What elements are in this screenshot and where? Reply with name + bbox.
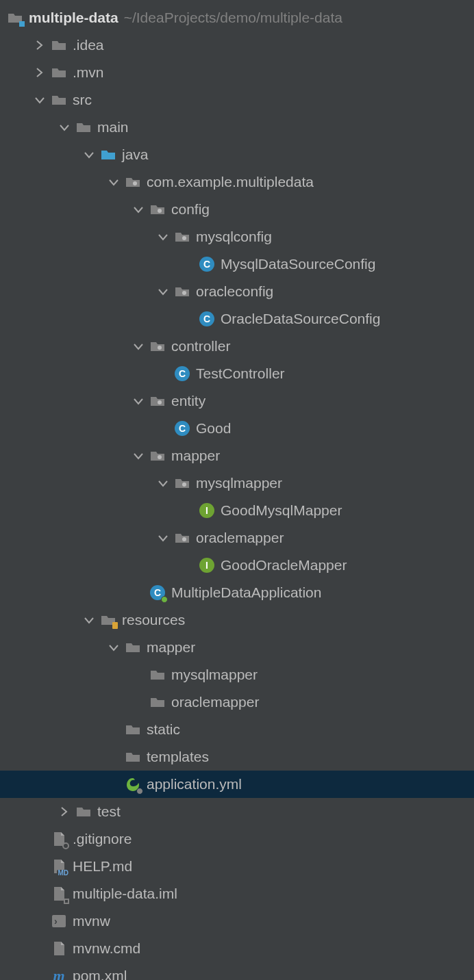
node-label: controller (171, 338, 230, 354)
tree-row[interactable]: C Good (0, 415, 474, 442)
chevron-right-icon[interactable] (56, 803, 73, 820)
class-icon: C (174, 420, 190, 437)
node-label: entity (171, 393, 205, 409)
node-label: oracleconfig (196, 283, 273, 300)
chevron-down-icon[interactable] (105, 639, 122, 656)
node-path: ~/IdeaProjects/demo/multiple-data (124, 10, 342, 26)
folder-icon (75, 803, 92, 820)
chevron-down-icon[interactable] (105, 174, 122, 190)
node-label: multiple-data (29, 10, 118, 26)
node-label: OracleDataSourceConfig (221, 311, 380, 327)
tree-row[interactable]: C TestController (0, 360, 474, 387)
node-label: pom.xml (73, 968, 127, 980)
tree-row[interactable]: mapper (0, 442, 474, 469)
tree-row[interactable]: mapper (0, 634, 474, 661)
chevron-down-icon[interactable] (81, 146, 97, 163)
tree-row[interactable]: templates (0, 743, 474, 771)
markdown-file-icon: MD (51, 858, 67, 875)
shell-file-icon (51, 913, 67, 929)
tree-row[interactable]: oraclemapper (0, 524, 474, 552)
node-label: test (97, 803, 121, 820)
package-icon (125, 174, 141, 190)
node-label: .gitignore (73, 831, 132, 847)
tree-row-root[interactable]: multiple-data ~/IdeaProjects/demo/multip… (0, 4, 474, 31)
tree-row[interactable]: C MultipleDataApplication (0, 579, 474, 606)
chevron-down-icon[interactable] (32, 92, 48, 108)
chevron-down-icon[interactable] (155, 229, 171, 245)
interface-icon: I (199, 557, 215, 573)
tree-row[interactable]: .mvn (0, 59, 474, 86)
class-icon: C (174, 365, 190, 382)
tree-row[interactable]: mysqlconfig (0, 223, 474, 250)
spring-config-icon (125, 776, 141, 792)
tree-row[interactable]: MD HELP.md (0, 853, 474, 880)
chevron-down-icon[interactable] (155, 530, 171, 546)
folder-icon (125, 749, 141, 765)
interface-icon: I (199, 502, 215, 519)
node-label: src (73, 92, 92, 108)
tree-row[interactable]: oraclemapper (0, 688, 474, 716)
node-label: resources (122, 612, 185, 628)
source-folder-icon (100, 146, 116, 163)
chevron-down-icon[interactable] (56, 119, 73, 136)
file-icon (51, 940, 67, 957)
tree-row[interactable]: config (0, 196, 474, 223)
iml-file-icon (51, 886, 67, 902)
chevron-down-icon[interactable] (130, 393, 147, 409)
folder-icon (7, 10, 23, 26)
chevron-right-icon[interactable] (32, 64, 48, 81)
folder-icon (51, 37, 67, 53)
tree-row[interactable]: C OracleDataSourceConfig (0, 305, 474, 333)
tree-row[interactable]: controller (0, 333, 474, 360)
file-icon (51, 831, 67, 847)
tree-row[interactable]: C MysqlDataSourceConfig (0, 250, 474, 278)
tree-row[interactable]: mvnw.cmd (0, 935, 474, 962)
folder-icon (51, 64, 67, 81)
node-label: HELP.md (73, 858, 132, 875)
node-label: MultipleDataApplication (171, 584, 321, 601)
node-label: com.example.multipledata (147, 174, 314, 190)
chevron-down-icon[interactable] (130, 201, 147, 218)
node-label: templates (147, 749, 209, 765)
chevron-down-icon[interactable] (155, 283, 171, 300)
tree-row[interactable]: multiple-data.iml (0, 880, 474, 907)
tree-row[interactable]: test (0, 798, 474, 825)
chevron-down-icon[interactable] (130, 448, 147, 464)
class-icon: C (199, 256, 215, 272)
node-label: mvnw (73, 913, 110, 929)
tree-row[interactable]: mysqlmapper (0, 469, 474, 497)
tree-row-selected[interactable]: application.yml (0, 771, 474, 798)
tree-row[interactable]: m pom.xml (0, 962, 474, 980)
package-icon (149, 393, 166, 409)
tree-row[interactable]: oracleconfig (0, 278, 474, 305)
tree-row[interactable]: .idea (0, 31, 474, 59)
node-label: TestController (196, 365, 285, 382)
node-label: static (147, 721, 180, 738)
chevron-right-icon[interactable] (32, 37, 48, 53)
chevron-down-icon[interactable] (130, 338, 147, 354)
node-label: mysqlconfig (196, 229, 272, 245)
tree-row[interactable]: static (0, 716, 474, 743)
tree-row[interactable]: src (0, 86, 474, 114)
node-label: GoodMysqlMapper (221, 502, 342, 519)
node-label: java (122, 146, 149, 163)
chevron-down-icon[interactable] (155, 475, 171, 491)
package-icon (174, 229, 190, 245)
node-label: .mvn (73, 64, 104, 81)
tree-row[interactable]: resources (0, 606, 474, 634)
tree-row[interactable]: I GoodMysqlMapper (0, 497, 474, 524)
package-icon (174, 475, 190, 491)
tree-row[interactable]: java (0, 141, 474, 168)
tree-row[interactable]: mvnw (0, 907, 474, 935)
tree-row[interactable]: entity (0, 387, 474, 415)
tree-row[interactable]: com.example.multipledata (0, 168, 474, 196)
node-label: mvnw.cmd (73, 940, 140, 957)
package-icon (149, 338, 166, 354)
folder-icon (125, 639, 141, 656)
class-icon: C (199, 311, 215, 327)
tree-row[interactable]: .gitignore (0, 825, 474, 853)
chevron-down-icon[interactable] (81, 612, 97, 628)
tree-row[interactable]: mysqlmapper (0, 661, 474, 688)
tree-row[interactable]: I GoodOracleMapper (0, 552, 474, 579)
tree-row[interactable]: main (0, 114, 474, 141)
